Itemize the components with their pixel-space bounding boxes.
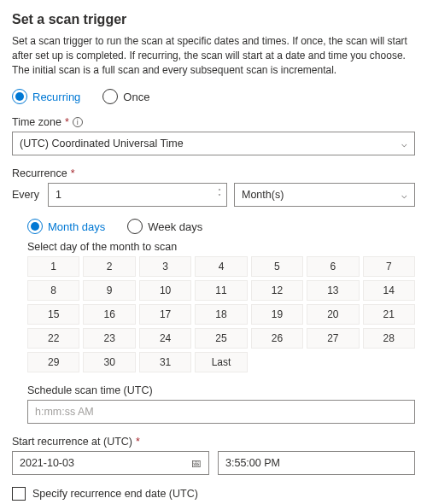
day-cell[interactable]: 6 [307, 256, 359, 277]
day-cell[interactable]: 5 [251, 256, 303, 277]
chevron-down-icon: ⌵ [401, 190, 407, 201]
start-date-input[interactable]: 2021-10-03 📅︎ [12, 451, 209, 475]
day-cell[interactable]: 26 [251, 328, 303, 349]
radio-label: Once [123, 91, 149, 103]
day-cell[interactable]: 25 [195, 328, 247, 349]
schedule-time-input[interactable]: h:mm:ss AM [27, 400, 415, 424]
week-days-radio[interactable]: Week days [127, 219, 202, 234]
day-cell[interactable]: 16 [83, 304, 135, 325]
day-cell[interactable]: 24 [139, 328, 191, 349]
trigger-type-once-radio[interactable]: Once [102, 89, 149, 104]
chevron-down-icon: ⌵ [401, 138, 407, 149]
schedule-time-label: Schedule scan time (UTC) [27, 384, 415, 396]
radio-label: Month days [48, 220, 105, 233]
recurrence-label: Recurrence* [12, 167, 415, 179]
month-days-radio[interactable]: Month days [27, 219, 105, 234]
day-cell[interactable]: 15 [27, 304, 79, 325]
day-cell[interactable]: 20 [307, 304, 359, 325]
day-cell[interactable]: 14 [363, 280, 415, 301]
radio-icon [12, 89, 27, 104]
day-cell[interactable]: 21 [363, 304, 415, 325]
day-cell[interactable]: 19 [251, 304, 303, 325]
page-description: Set a scan trigger to run the scan at sp… [12, 34, 415, 77]
day-cell[interactable]: 1 [27, 256, 79, 277]
day-cell[interactable]: 4 [195, 256, 247, 277]
radio-label: Week days [148, 220, 202, 233]
trigger-type-recurring-radio[interactable]: Recurring [12, 89, 80, 104]
info-icon[interactable]: i [73, 117, 83, 127]
day-cell[interactable]: 31 [139, 352, 191, 372]
timezone-value: (UTC) Coordinated Universal Time [20, 138, 184, 149]
every-label: Every [12, 189, 41, 201]
calendar-icon[interactable]: 📅︎ [190, 457, 202, 470]
day-cell[interactable]: 12 [251, 280, 303, 301]
timezone-label: Time zone* i [12, 116, 415, 128]
end-date-checkbox-label: Specify recurrence end date (UTC) [32, 488, 198, 500]
radio-icon [102, 89, 118, 104]
day-cell[interactable]: 30 [83, 352, 135, 372]
day-of-month-grid: 1234567891011121314151617181920212223242… [27, 256, 415, 372]
day-cell[interactable]: 2 [83, 256, 135, 277]
start-time-value: 3:55:00 PM [225, 457, 280, 469]
end-date-checkbox[interactable] [12, 487, 26, 501]
radio-label: Recurring [32, 91, 80, 103]
recurrence-unit-select[interactable]: Month(s) ⌵ [234, 183, 415, 207]
day-cell[interactable]: 18 [195, 304, 247, 325]
start-time-input[interactable]: 3:55:00 PM [218, 451, 415, 475]
start-date-value: 2021-10-03 [20, 457, 74, 469]
day-cell[interactable]: 23 [83, 328, 135, 349]
day-cell[interactable]: 13 [307, 280, 359, 301]
day-cell[interactable]: 17 [139, 304, 191, 325]
schedule-time-placeholder: h:mm:ss AM [35, 406, 94, 418]
day-cell[interactable]: 29 [27, 352, 79, 372]
timezone-select[interactable]: (UTC) Coordinated Universal Time ⌵ [12, 132, 415, 155]
page-title: Set a scan trigger [12, 12, 415, 27]
every-value-spinner[interactable]: 1 ˄ ˅ [48, 183, 227, 207]
day-cell[interactable]: 27 [307, 328, 359, 349]
day-cell[interactable]: 9 [83, 280, 135, 301]
every-value: 1 [56, 189, 61, 201]
radio-icon [27, 219, 43, 234]
spinner-down-icon[interactable]: ˅ [218, 195, 221, 200]
start-recurrence-label: Start recurrence at (UTC)* [12, 436, 415, 448]
day-cell[interactable]: Last [195, 352, 247, 372]
day-cell[interactable]: 8 [27, 280, 79, 301]
day-cell[interactable]: 10 [139, 280, 191, 301]
day-cell[interactable]: 22 [27, 328, 79, 349]
day-cell[interactable]: 3 [139, 256, 191, 277]
day-cell[interactable]: 11 [195, 280, 247, 301]
radio-icon [127, 219, 143, 234]
day-cell[interactable]: 28 [363, 328, 415, 349]
day-cell[interactable]: 7 [363, 256, 415, 277]
recurrence-unit-value: Month(s) [242, 189, 284, 201]
select-day-label: Select day of the month to scan [27, 241, 415, 253]
